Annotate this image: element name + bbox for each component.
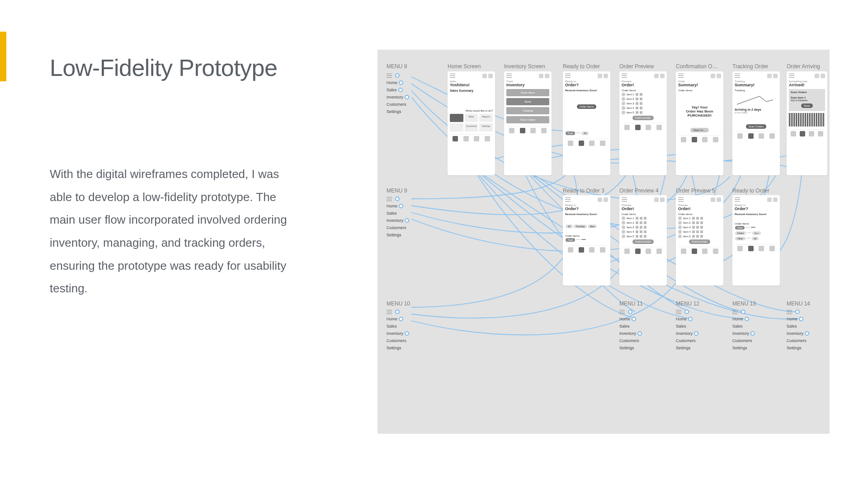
menu-item-settings[interactable]: Settings: [387, 109, 401, 114]
frame-label: Ready to Order: [732, 188, 769, 194]
screen-arriving: Something Has Arrived! Scan Orders Scan …: [787, 71, 827, 175]
header-icon: [482, 74, 487, 78]
menu-icon[interactable]: [735, 74, 740, 78]
menu-item-inventory[interactable]: Inventory: [387, 95, 403, 99]
frame-label: MENU 11: [619, 300, 643, 307]
frame-label: MENU 13: [732, 300, 756, 307]
menu-12: Home Sales Inventory Customers Settings: [676, 310, 723, 353]
btn-order-items[interactable]: Order Items: [577, 104, 597, 109]
action-tile[interactable]: Settings: [479, 123, 493, 131]
title: Inventory: [506, 83, 549, 87]
page-title: Low-Fidelity Prototype: [50, 54, 303, 81]
screen-ready-3: Ready to Order? Restock Inventory Soon! …: [563, 195, 610, 286]
chip-food[interactable]: Food: [566, 238, 575, 242]
menu-icon[interactable]: [565, 74, 571, 78]
screen-tracking: Tracking Summary! Tracking Arriving in 2…: [732, 71, 780, 175]
menu-13: Home Sales Inventory Customers Settings: [732, 310, 780, 353]
frame-label: Ready to Order: [563, 63, 600, 70]
menu-icon[interactable]: [450, 74, 455, 78]
prompt: What would like to do?: [450, 109, 493, 112]
chip-food[interactable]: Food: [566, 131, 575, 135]
btn-stock[interactable]: Stock: [506, 98, 549, 105]
menu-item-sales[interactable]: Sales: [387, 88, 397, 92]
screen-preview-5: Preview Order! Order Items Item 1 Item 2…: [676, 195, 723, 286]
scan-panel: Scan Orders Scan Item 1 Add to Database …: [789, 89, 825, 111]
screen-confirmation: Order Summary! Order Items Yay! Your Ord…: [676, 71, 723, 175]
btn-view[interactable]: View Co…: [690, 128, 708, 132]
tracking-line-icon: [735, 92, 775, 108]
frame-label: Inventory Screen: [504, 63, 545, 70]
btn-tracking[interactable]: Tracking: [506, 107, 549, 114]
menu-item-customers[interactable]: Customers: [387, 102, 406, 107]
screen-ready-row2: Ready to Order? Restock Inventory Soon! …: [732, 195, 780, 286]
frame-label: Order Preview: [619, 63, 654, 70]
action-tile[interactable]: [450, 114, 463, 122]
frame-label: Ready to Order 3: [563, 188, 604, 194]
action-tile[interactable]: [450, 123, 463, 131]
action-tile[interactable]: Sales: [465, 114, 478, 122]
frame-label: Confirmation O…: [676, 63, 718, 70]
chip[interactable]: [576, 132, 580, 133]
frame-label: Order Preview 5: [676, 188, 715, 194]
action-tile[interactable]: Reports: [479, 114, 493, 122]
frame-label: Tracking Order: [732, 63, 769, 70]
hotspot-icon[interactable]: [395, 73, 400, 78]
menu-9: Home Sales Inventory Customers Settings: [387, 197, 434, 240]
screen-preview-4: Preview Order! Order Items Item 1 Item 2…: [619, 195, 667, 286]
frame-label: MENU 10: [387, 300, 410, 307]
frame-label: MENU 12: [676, 300, 699, 307]
frame-label: Order Arriving: [787, 63, 820, 70]
btn-scan-orders[interactable]: Scan Orders: [506, 116, 549, 123]
action-tile[interactable]: Customers: [465, 123, 478, 131]
menu-icon[interactable]: [506, 74, 512, 78]
frame-label: MENU 8: [387, 63, 407, 70]
chip-all[interactable]: All: [581, 131, 589, 135]
prototype-canvas: MENU 8 Home Screen Inventory Screen Read…: [377, 50, 830, 434]
chip-drinks[interactable]: Drinks: [735, 231, 746, 235]
barcode-icon: [789, 113, 825, 127]
menu-10: Home Sales Inventory Customers Settings: [387, 310, 434, 353]
screen-ready-order: Ready to Order? Restock Inventory Soon! …: [563, 71, 610, 175]
screen-home: Hello, Yoshiteru! Sales Summary What wou…: [448, 71, 495, 175]
greeting: Yoshiteru!: [450, 83, 493, 87]
menu-11: Home Sales Inventory Customers Settings: [619, 310, 667, 353]
frame-label: MENU 14: [787, 300, 810, 307]
btn-order-items[interactable]: Order Items: [506, 89, 549, 96]
menu-14: Home Sales Inventory Customers Settings: [787, 310, 827, 353]
frame-label: Order Preview 4: [619, 188, 659, 194]
frame-label: Home Screen: [448, 63, 481, 70]
chip-food[interactable]: Food: [735, 226, 745, 230]
btn-purchase[interactable]: PURCHASE!: [632, 116, 654, 120]
menu-item-home[interactable]: Home: [387, 80, 397, 85]
btn-scan-orders[interactable]: Scan Orders: [746, 124, 767, 129]
menu-icon[interactable]: [678, 74, 684, 78]
body-text: With the digital wireframes completed, I…: [50, 163, 303, 300]
accent-bar: [0, 32, 6, 81]
menu-8: Home Sales Inventory Customers Settings: [387, 73, 434, 117]
btn-scan[interactable]: Scan: [801, 103, 813, 108]
frame-label: MENU 9: [387, 188, 407, 194]
section-title: Sales Summary: [450, 89, 493, 92]
screen-inventory: Track Inventory Order Items Stock Tracki…: [504, 71, 552, 175]
menu-icon: [387, 74, 392, 78]
screen-order-preview: Preview Order! Order Items Item 1 Item 2…: [619, 71, 667, 175]
chip-other[interactable]: Other: [735, 237, 745, 240]
menu-icon[interactable]: [622, 74, 627, 78]
header-icon: [488, 74, 493, 78]
menu-icon[interactable]: [789, 74, 794, 78]
